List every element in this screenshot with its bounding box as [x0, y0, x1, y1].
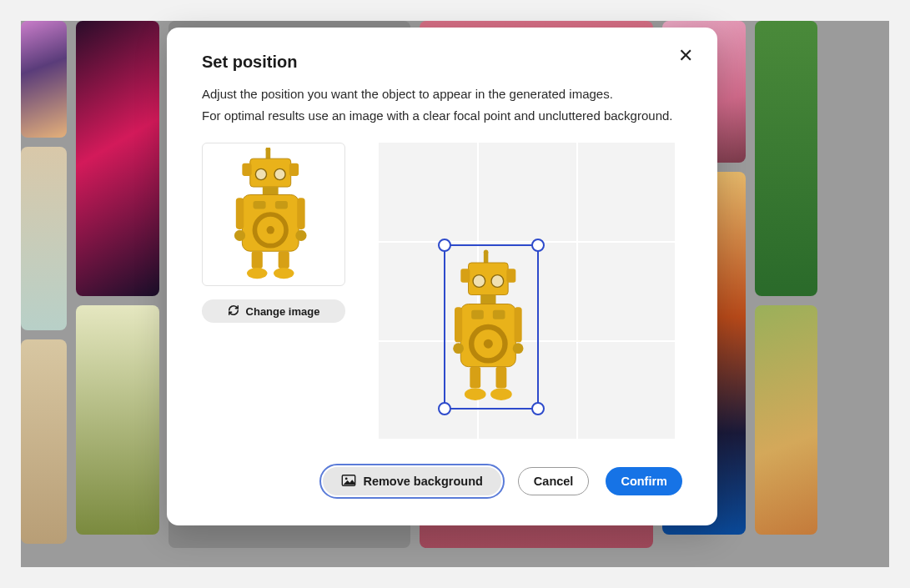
robot-image — [445, 246, 537, 408]
svg-rect-18 — [279, 251, 289, 269]
svg-rect-3 — [242, 163, 251, 176]
svg-point-36 — [453, 343, 464, 354]
cancel-button[interactable]: Cancel — [518, 467, 590, 495]
resize-handle-top-left[interactable] — [438, 239, 451, 252]
confirm-button[interactable]: Confirm — [606, 467, 682, 495]
svg-rect-13 — [236, 198, 244, 229]
svg-rect-33 — [493, 310, 505, 319]
image-icon — [341, 475, 356, 489]
svg-rect-25 — [506, 269, 515, 283]
svg-point-22 — [484, 249, 489, 254]
svg-rect-29 — [460, 304, 515, 367]
svg-rect-4 — [289, 163, 299, 176]
description-line: For optimal results use an image with a … — [202, 105, 682, 127]
svg-point-10 — [267, 226, 274, 234]
robot-image — [215, 148, 332, 281]
svg-rect-8 — [242, 194, 299, 251]
svg-rect-28 — [480, 295, 495, 304]
svg-rect-24 — [460, 269, 470, 283]
svg-rect-32 — [471, 310, 484, 319]
change-image-label: Change image — [246, 305, 320, 318]
svg-rect-39 — [496, 367, 507, 389]
svg-point-16 — [295, 230, 306, 241]
confirm-label: Confirm — [621, 475, 667, 488]
close-button[interactable]: ✕ — [674, 44, 697, 68]
svg-rect-38 — [470, 367, 480, 389]
close-icon: ✕ — [678, 45, 693, 67]
modal-overlay: ✕ Set position Adjust the position you w… — [0, 0, 910, 588]
source-panel: Change image — [202, 143, 345, 323]
resize-handle-top-right[interactable] — [531, 239, 545, 252]
svg-point-5 — [255, 168, 266, 179]
svg-point-31 — [484, 339, 493, 349]
remove-background-button[interactable]: Remove background — [323, 467, 500, 495]
svg-point-37 — [513, 343, 524, 354]
change-image-button[interactable]: Change image — [202, 299, 345, 323]
svg-point-20 — [274, 268, 294, 279]
set-position-dialog: ✕ Set position Adjust the position you w… — [167, 28, 717, 525]
svg-point-26 — [473, 275, 485, 288]
source-thumbnail — [202, 143, 345, 286]
dialog-title: Set position — [202, 53, 682, 72]
svg-rect-14 — [297, 198, 304, 229]
placed-object-selection[interactable] — [444, 244, 539, 410]
cancel-label: Cancel — [534, 475, 574, 488]
svg-rect-34 — [455, 307, 462, 342]
position-canvas[interactable] — [379, 143, 675, 439]
svg-point-40 — [465, 388, 486, 400]
grid-line — [379, 241, 675, 243]
svg-rect-7 — [263, 187, 279, 194]
svg-rect-35 — [515, 307, 522, 342]
refresh-icon — [228, 304, 239, 319]
description-line: Adjust the position you want the object … — [202, 83, 682, 105]
svg-rect-12 — [275, 201, 288, 209]
svg-rect-11 — [254, 201, 266, 209]
dialog-description: Adjust the position you want the object … — [202, 83, 682, 126]
resize-handle-bottom-left[interactable] — [438, 402, 451, 415]
grid-line — [576, 143, 578, 439]
remove-background-label: Remove background — [363, 475, 482, 488]
svg-point-43 — [345, 477, 348, 480]
svg-point-41 — [490, 388, 512, 400]
svg-rect-17 — [252, 251, 263, 269]
resize-handle-bottom-right[interactable] — [531, 402, 545, 415]
svg-point-15 — [234, 230, 245, 241]
svg-point-6 — [274, 168, 285, 179]
dialog-footer: Remove background Cancel Confirm — [202, 467, 682, 495]
svg-point-19 — [247, 268, 267, 279]
svg-point-27 — [491, 275, 504, 288]
